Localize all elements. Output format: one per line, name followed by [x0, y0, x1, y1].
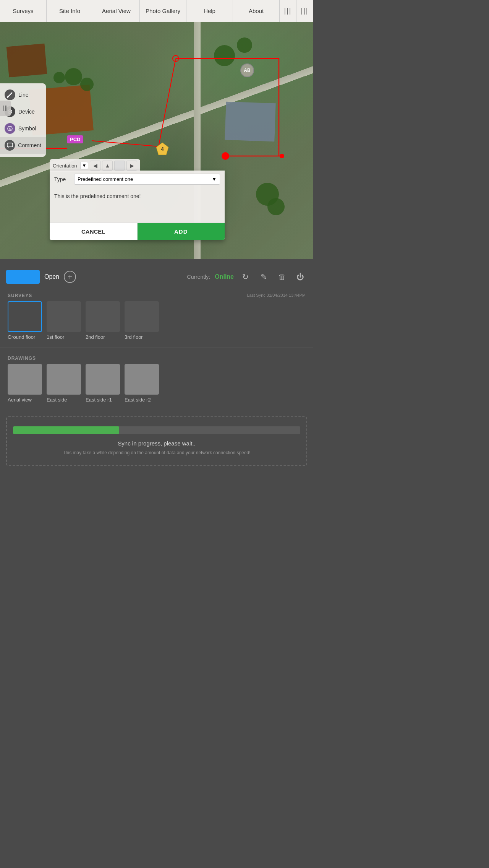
- pcd-marker: PCD: [67, 135, 83, 143]
- progress-track: [13, 426, 300, 434]
- orient-up-button[interactable]: ▲: [102, 161, 113, 171]
- drawings-section: DRAWINGS Aerial view East side East side…: [0, 348, 313, 409]
- tool-comment[interactable]: Comment: [0, 137, 46, 154]
- survey-item-1st[interactable]: 1st floor: [47, 301, 81, 340]
- section-divider: [0, 348, 313, 348]
- tree-cluster-4: [214, 45, 235, 66]
- sync-icon: ↻: [242, 272, 249, 281]
- orient-right-button[interactable]: ▶: [126, 161, 137, 171]
- comment-type-row: Type Predefined comment one ▼: [50, 171, 225, 188]
- drawing-thumb-east-r1: [86, 364, 120, 395]
- survey-item-ground[interactable]: Ground floor: [8, 301, 42, 340]
- map-house-roof: [225, 102, 275, 141]
- tree-cluster-1: [65, 68, 82, 85]
- tab-add-icon: +: [68, 273, 72, 281]
- tree-cluster-2: [80, 78, 94, 91]
- currently-label: Currently:: [187, 274, 210, 280]
- sync-title: Sync in progress, please wait..: [13, 440, 300, 447]
- edit-button[interactable]: ✎: [257, 270, 270, 284]
- sync-progress-area: Sync in progress, please wait.. This may…: [6, 416, 307, 466]
- tab-bar: Open + Currently: Online ↻ ✎ 🗑 ⏻: [0, 267, 313, 287]
- sidebar-toggle-button[interactable]: |||: [0, 101, 11, 116]
- nav-surveys[interactable]: Surveys: [0, 0, 47, 22]
- survey-label-2nd: 2nd floor: [86, 334, 120, 340]
- survey-item-2nd[interactable]: 2nd floor: [86, 301, 120, 340]
- comment-actions: CANCEL ADD: [50, 223, 225, 240]
- ab-marker: AB: [240, 63, 254, 77]
- comment-text: This is the predefined comment one!: [54, 193, 141, 199]
- drawing-item-east[interactable]: East side: [47, 364, 81, 403]
- tool-symbol[interactable]: $ Symbol: [0, 120, 46, 137]
- survey-thumb-ground: [8, 301, 42, 332]
- bottom-section: Open + Currently: Online ↻ ✎ 🗑 ⏻ SURVEYS…: [0, 259, 313, 466]
- nav-photo-gallery[interactable]: Photo Gallery: [140, 0, 186, 22]
- tool-comment-label: Comment: [18, 142, 41, 148]
- type-label: Type: [54, 176, 70, 182]
- map-container: PCD AB 4 ||| Line Device $ Symb: [0, 22, 313, 259]
- tab-active-indicator: [6, 270, 40, 284]
- add-button[interactable]: ADD: [138, 223, 225, 240]
- sidebar-toggle-icon: |||: [3, 105, 8, 112]
- tab-open-label[interactable]: Open: [44, 273, 59, 280]
- drawing-thumb-east-r2: [125, 364, 159, 395]
- svg-text:4: 4: [161, 146, 164, 152]
- sync-button[interactable]: ↻: [238, 270, 252, 284]
- nav-help[interactable]: Help: [186, 0, 233, 22]
- tree-cluster-5: [237, 37, 252, 53]
- svg-rect-15: [7, 143, 13, 147]
- survey-thumb-2nd: [86, 301, 120, 332]
- nav-aerial-view[interactable]: Aerial View: [93, 0, 140, 22]
- nav-about[interactable]: About: [233, 0, 280, 22]
- line-icon: [5, 89, 15, 100]
- tool-line-label: Line: [18, 92, 28, 98]
- survey-label-ground: Ground floor: [8, 334, 42, 340]
- delete-icon: 🗑: [278, 273, 286, 281]
- drawings-section-label: DRAWINGS: [0, 349, 313, 364]
- drawing-label-east-r1: East side r1: [86, 397, 120, 403]
- tool-symbol-label: Symbol: [18, 125, 36, 132]
- orient-spacer: [114, 161, 125, 171]
- orientation-dropdown[interactable]: ▼: [80, 162, 89, 169]
- svg-point-10: [7, 96, 8, 98]
- type-select-dropdown[interactable]: Predefined comment one ▼: [74, 174, 220, 185]
- surveys-thumbnail-row: Ground floor 1st floor 2nd floor 3rd flo…: [0, 301, 313, 346]
- tree-cluster-3: [53, 72, 65, 83]
- survey-label-1st: 1st floor: [47, 334, 81, 340]
- survey-thumb-1st: [47, 301, 81, 332]
- svg-line-9: [8, 93, 12, 97]
- drawing-thumb-aerial: [8, 364, 42, 395]
- progress-fill: [13, 426, 119, 434]
- delete-button[interactable]: 🗑: [275, 270, 289, 284]
- type-select-value: Predefined comment one: [78, 176, 133, 182]
- comment-icon: [5, 140, 15, 151]
- nav-menu-icon-1[interactable]: |||: [280, 0, 296, 22]
- survey-thumb-3rd: [125, 301, 159, 332]
- tab-add-button[interactable]: +: [64, 271, 76, 283]
- survey-item-3rd[interactable]: 3rd floor: [125, 301, 159, 340]
- drawing-thumb-east: [47, 364, 81, 395]
- marker-4-container: 4: [156, 142, 169, 155]
- online-status: Online: [215, 273, 234, 280]
- svg-text:$: $: [9, 127, 11, 131]
- comment-text-area[interactable]: This is the predefined comment one!: [50, 188, 225, 223]
- sync-subtitle: This may take a while depending on the a…: [13, 450, 300, 456]
- nav-site-info[interactable]: Site Info: [47, 0, 93, 22]
- drawing-item-east-r1[interactable]: East side r1: [86, 364, 120, 403]
- surveys-section-label: SURVEYS Last Sync 31/04/2014 13:44PM: [0, 287, 313, 301]
- drawing-label-east-r2: East side r2: [125, 397, 159, 403]
- drawing-item-east-r2[interactable]: East side r2: [125, 364, 159, 403]
- comment-dialog: Type Predefined comment one ▼ This is th…: [50, 171, 225, 240]
- map-house-2: [6, 44, 47, 77]
- edit-icon: ✎: [261, 272, 267, 281]
- orient-left-button[interactable]: ◀: [90, 161, 100, 171]
- drawing-label-east: East side: [47, 397, 81, 403]
- cancel-button[interactable]: CANCEL: [50, 223, 138, 240]
- drawing-label-aerial: Aerial view: [8, 397, 42, 403]
- drawing-item-aerial[interactable]: Aerial view: [8, 364, 42, 403]
- surveys-section: SURVEYS Last Sync 31/04/2014 13:44PM Gro…: [0, 287, 313, 346]
- drawings-thumbnail-row: Aerial view East side East side r1 East …: [0, 364, 313, 409]
- tool-device-label: Device: [18, 109, 35, 115]
- nav-menu-icon-2[interactable]: |||: [296, 0, 313, 22]
- power-button[interactable]: ⏻: [293, 270, 307, 284]
- orientation-label: Orientation: [53, 163, 77, 169]
